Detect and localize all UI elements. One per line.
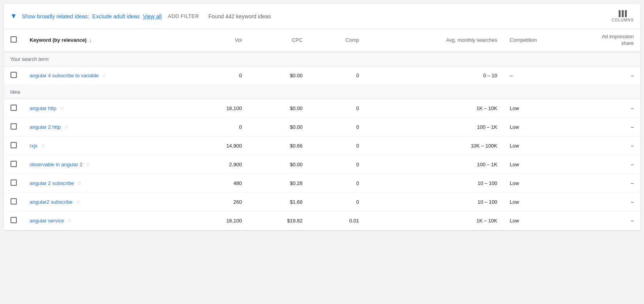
- keyword-text[interactable]: angular 2 http: [30, 124, 61, 130]
- keyword-cell: angular 2 http☆: [23, 117, 187, 136]
- table-row: angular http☆18,100$0.0001K – 10KLow–: [4, 99, 640, 117]
- ad-impression-cell: –: [589, 66, 640, 85]
- columns-button[interactable]: COLUMNS: [612, 10, 634, 22]
- ad-impression-cell: –: [589, 174, 640, 192]
- keyword-text[interactable]: angular 4 subscribe to variable: [30, 73, 99, 78]
- keyword-text[interactable]: rxjs: [30, 143, 37, 149]
- keyword-cell: angular http☆: [23, 99, 187, 117]
- competition-cell: Low: [503, 136, 589, 155]
- star-icon[interactable]: ☆: [102, 72, 107, 78]
- cpc-cell: $0.66: [248, 136, 309, 155]
- competition-cell: Low: [503, 174, 589, 192]
- row-checkbox-cell[interactable]: [4, 174, 23, 192]
- keyword-cell: angular2 subscribe☆: [23, 192, 187, 211]
- select-all-checkbox[interactable]: [11, 36, 17, 43]
- competition-cell: Low: [503, 99, 589, 117]
- keyword-text[interactable]: angular 2 subscribe: [30, 180, 74, 186]
- vol-cell: 0: [187, 117, 248, 136]
- star-icon[interactable]: ☆: [77, 180, 82, 186]
- row-checkbox[interactable]: [11, 123, 17, 130]
- competition-cell: –: [503, 66, 589, 85]
- vol-cell: 480: [187, 174, 248, 192]
- cpc-cell: $0.00: [248, 117, 309, 136]
- avg-monthly-cell: 1K – 10K: [365, 99, 503, 117]
- comp-cell: 0: [309, 192, 365, 211]
- star-icon[interactable]: ☆: [76, 199, 81, 205]
- sort-icon[interactable]: ↓: [89, 37, 92, 43]
- keyword-cell: angular service☆: [23, 211, 187, 230]
- keyword-table: Keyword (by relevance) ↓ Vol CPC Comp Av…: [4, 29, 640, 230]
- row-checkbox-cell[interactable]: [4, 99, 23, 117]
- row-checkbox-cell[interactable]: [4, 136, 23, 155]
- row-checkbox-cell[interactable]: [4, 211, 23, 230]
- comp-cell: 0: [309, 174, 365, 192]
- vol-cell: 18,100: [187, 211, 248, 230]
- row-checkbox[interactable]: [11, 217, 17, 223]
- keyword-header-label: Keyword (by relevance): [30, 37, 87, 43]
- select-all-checkbox-cell[interactable]: [4, 29, 23, 52]
- star-icon[interactable]: ☆: [64, 124, 69, 130]
- star-icon[interactable]: ☆: [67, 217, 72, 224]
- row-checkbox[interactable]: [11, 180, 17, 186]
- row-checkbox[interactable]: [11, 198, 17, 204]
- vol-cell: 14,900: [187, 136, 248, 155]
- keyword-cell: angular 2 subscribe☆: [23, 174, 187, 192]
- avg-monthly-cell: 100 – 1K: [365, 117, 503, 136]
- row-checkbox[interactable]: [11, 142, 17, 148]
- competition-cell: Low: [503, 192, 589, 211]
- comp-cell: 0: [309, 66, 365, 85]
- keyword-text[interactable]: observable in angular 2: [30, 162, 82, 167]
- th-competition: Competition: [503, 29, 589, 52]
- avg-monthly-cell: 0 – 10: [365, 66, 503, 85]
- keyword-cell: observable in angular 2☆: [23, 155, 187, 174]
- competition-cell: Low: [503, 211, 589, 230]
- avg-monthly-cell: 10 – 100: [365, 174, 503, 192]
- vol-cell: 18,100: [187, 99, 248, 117]
- th-ad-impression: Ad impression share: [589, 29, 640, 52]
- table-row: angular 2 http☆0$0.000100 – 1KLow–: [4, 117, 640, 136]
- competition-cell: Low: [503, 117, 589, 136]
- row-checkbox-cell[interactable]: [4, 192, 23, 211]
- table-row: angular 4 subscribe to variable☆0$0.0000…: [4, 66, 640, 85]
- view-all-link[interactable]: View all: [143, 13, 162, 20]
- keyword-text[interactable]: angular2 subscribe: [30, 199, 73, 205]
- ad-impression-cell: –: [589, 136, 640, 155]
- section-label: Your search term: [4, 52, 640, 66]
- add-filter-button[interactable]: ADD FILTER: [168, 13, 199, 19]
- row-checkbox-cell[interactable]: [4, 155, 23, 174]
- found-text: Found 442 keyword ideas: [208, 13, 608, 20]
- table-row: angular2 subscribe☆260$1.68010 – 100Low–: [4, 192, 640, 211]
- cpc-cell: $0.00: [248, 155, 309, 174]
- keyword-text[interactable]: angular http: [30, 105, 57, 111]
- show-broadly-label[interactable]: Show broadly related ideas;: [22, 13, 89, 20]
- vol-cell: 2,900: [187, 155, 248, 174]
- cpc-cell: $0.00: [248, 66, 309, 85]
- avg-monthly-cell: 100 – 1K: [365, 155, 503, 174]
- ad-impression-cell: –: [589, 192, 640, 211]
- table-row: angular service☆18,100$19.820.011K – 10K…: [4, 211, 640, 230]
- comp-cell: 0: [309, 155, 365, 174]
- star-icon[interactable]: ☆: [60, 105, 65, 111]
- row-checkbox-cell[interactable]: [4, 66, 23, 85]
- competition-cell: Low: [503, 155, 589, 174]
- exclude-adult-label[interactable]: Exclude adult ideas: [93, 13, 140, 20]
- avg-monthly-cell: 10 – 100: [365, 192, 503, 211]
- ad-impression-cell: –: [589, 155, 640, 174]
- row-checkbox-cell[interactable]: [4, 117, 23, 136]
- columns-icon: [619, 10, 627, 17]
- cpc-cell: $0.28: [248, 174, 309, 192]
- star-icon[interactable]: ☆: [85, 161, 91, 167]
- star-icon[interactable]: ☆: [41, 142, 46, 149]
- comp-cell: 0: [309, 99, 365, 117]
- row-checkbox[interactable]: [11, 105, 17, 111]
- main-container: ▼ Show broadly related ideas; Exclude ad…: [4, 4, 640, 230]
- th-cpc: CPC: [248, 29, 309, 52]
- section-label: Idea: [4, 85, 640, 99]
- section-header-row: Your search term: [4, 52, 640, 66]
- keyword-text[interactable]: angular service: [30, 218, 64, 224]
- th-vol: Vol: [187, 29, 248, 52]
- keyword-cell: rxjs☆: [23, 136, 187, 155]
- row-checkbox[interactable]: [11, 161, 17, 167]
- row-checkbox[interactable]: [11, 72, 17, 78]
- cpc-cell: $0.00: [248, 99, 309, 117]
